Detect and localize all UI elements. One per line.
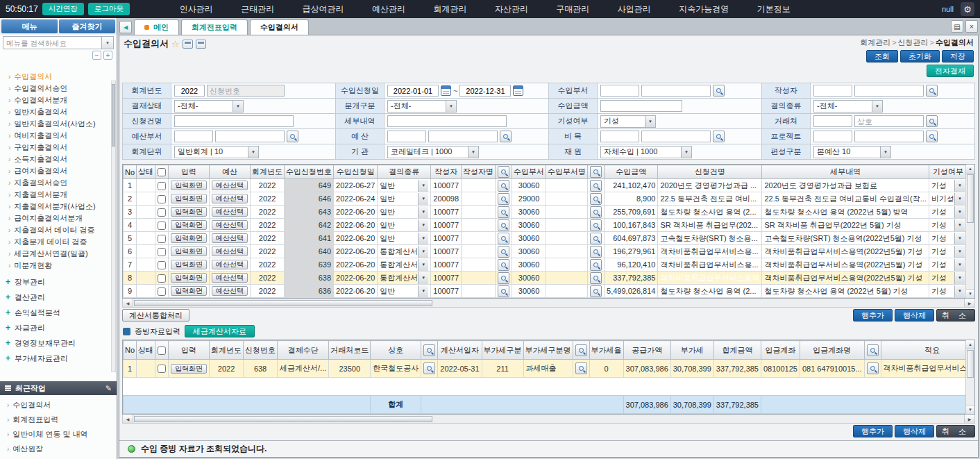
row-checkbox[interactable] xyxy=(158,182,166,190)
search-icon[interactable] xyxy=(498,206,509,218)
input-screen-button[interactable]: 입력화면 xyxy=(171,181,207,190)
sidebar-item[interactable]: ›급여지출결의서 xyxy=(8,165,117,177)
table-row[interactable]: 8 입력화면 예산선택 2022 638 2022-06-20 통합계산서▼ 1… xyxy=(124,272,966,285)
e-approval-button[interactable]: 전자결재 xyxy=(927,65,974,77)
title-cell[interactable]: SR 객차비품 취급업무(202... xyxy=(658,219,762,232)
gisung-select[interactable]: 비기성▼ xyxy=(931,193,965,205)
kind-select[interactable]: 일반▼ xyxy=(380,193,428,205)
sidebar-group[interactable]: +장부관리 xyxy=(6,274,117,290)
gisung-select[interactable]: 기성▼ xyxy=(931,259,965,271)
filter-select[interactable]: -전체-▼ xyxy=(813,100,883,112)
scroll-down-icon[interactable]: ▼ xyxy=(966,289,974,298)
search-icon[interactable] xyxy=(498,233,509,244)
filter-input[interactable] xyxy=(600,85,639,97)
cancel-button[interactable]: 취 소 xyxy=(936,309,975,322)
filter-input[interactable] xyxy=(174,115,294,127)
sidebar-item[interactable]: ›수입결의서승인 xyxy=(8,83,117,94)
filter-input[interactable] xyxy=(387,115,507,127)
chevron-down-icon[interactable]: ▼ xyxy=(102,36,114,49)
title-cell[interactable]: 객차비품취급업무서비스용... xyxy=(658,258,762,272)
search-icon[interactable] xyxy=(590,206,602,218)
table-row[interactable]: 9 입력화면 예산선택 2022 636 2022-06-20 일반▼ 1000… xyxy=(124,285,966,298)
delete-row-button[interactable]: 행삭제 xyxy=(895,425,934,437)
reset-button[interactable]: 초기화 xyxy=(900,50,940,62)
search-icon[interactable] xyxy=(926,131,938,142)
sidebar-group[interactable]: +부가세자료관리 xyxy=(6,351,117,366)
tab-메인[interactable]: 메인 xyxy=(134,19,179,35)
table-row[interactable]: 6 입력화면 예산선택 2022 640 2022-06-20 통합계산서▼ 1… xyxy=(124,245,966,258)
sidebar-item[interactable]: ›세금계산서연결(일괄) xyxy=(8,248,117,260)
search-icon[interactable] xyxy=(590,272,602,284)
top-nav-item[interactable]: 사업관리 xyxy=(618,3,651,15)
filter-input[interactable] xyxy=(207,85,285,97)
search-button[interactable]: 조회 xyxy=(866,50,898,62)
table-row[interactable]: 5 입력화면 예산선택 2022 641 2022-06-20 일반▼ 1000… xyxy=(124,232,966,245)
scroll-left-icon[interactable]: ◀ xyxy=(123,415,133,423)
search-icon[interactable] xyxy=(498,246,509,258)
search-icon[interactable] xyxy=(590,219,602,231)
top-nav-item[interactable]: 근태관리 xyxy=(241,3,274,15)
sidebar-item[interactable]: ›구입지출결의서 xyxy=(8,142,117,153)
search-icon[interactable] xyxy=(926,85,938,97)
input-screen-button[interactable]: 입력화면 xyxy=(171,247,207,256)
title-cell[interactable]: 철도차량 청소사업 용역 (2... xyxy=(658,206,762,219)
sidebar-group[interactable]: +손익실적분석 xyxy=(6,305,117,320)
row-checkbox[interactable] xyxy=(158,287,166,296)
kind-select[interactable]: 통합계산서▼ xyxy=(380,259,428,271)
extend-time-button[interactable]: 시간연장 xyxy=(42,3,84,15)
top-nav-item[interactable]: 급상여관리 xyxy=(303,3,344,15)
collapse-all-button[interactable]: − xyxy=(92,51,101,60)
title-cell[interactable]: 객차비품취급업무서비스용... xyxy=(658,245,762,258)
filter-input[interactable] xyxy=(641,131,711,142)
top-nav-item[interactable]: 자산관리 xyxy=(495,3,528,15)
scroll-right-icon[interactable]: ▶ xyxy=(964,299,974,307)
table-row[interactable]: 7 입력화면 예산선택 2022 639 2022-06-20 통합계산서▼ 1… xyxy=(124,258,966,272)
search-icon[interactable] xyxy=(590,193,602,205)
search-icon[interactable] xyxy=(590,166,602,178)
budget-select-button[interactable]: 예산선택 xyxy=(212,260,248,269)
input-screen-button[interactable]: 입력화면 xyxy=(171,194,207,203)
input-screen-button[interactable]: 입력화면 xyxy=(171,286,207,296)
table-row[interactable]: 2 입력화면 예산선택 2022 646 2022-06-24 일반▼ 2000… xyxy=(124,192,966,206)
breadcrumb-item[interactable]: 수입결의서 xyxy=(936,38,974,47)
title-cell[interactable]: 22.5 동부건축 전도금 여비... xyxy=(658,192,762,206)
sidebar-item[interactable]: ›일반지출결의서(사업소) xyxy=(8,118,117,130)
window-icon[interactable] xyxy=(196,40,206,49)
favorite-star-icon[interactable]: ☆ xyxy=(171,39,180,49)
scroll-up-icon[interactable]: ▲ xyxy=(966,340,974,349)
filter-input[interactable] xyxy=(459,85,511,97)
search-icon[interactable] xyxy=(926,115,938,127)
save-button[interactable]: 저장 xyxy=(942,50,974,62)
kind-select[interactable]: 일반▼ xyxy=(380,206,428,218)
search-icon[interactable] xyxy=(590,259,602,271)
top-nav-item[interactable]: 기본정보 xyxy=(757,3,791,15)
search-icon[interactable] xyxy=(713,85,725,97)
gear-icon[interactable]: ⚙ xyxy=(961,2,974,16)
search-icon[interactable] xyxy=(498,285,509,297)
filter-select[interactable]: -전체-▼ xyxy=(387,100,457,112)
filter-select[interactable]: 일반회계 | 10▼ xyxy=(174,146,259,158)
horizontal-scrollbar[interactable]: ◀ ▶ xyxy=(122,415,975,424)
table-row[interactable]: 1 입력화면 2022 638 세금계산서/... 23500 한국철도공사 2… xyxy=(124,360,966,378)
budget-select-button[interactable]: 예산선택 xyxy=(212,233,248,243)
sidebar-tab-favorites[interactable]: 즐겨찾기 xyxy=(59,19,115,33)
search-icon[interactable] xyxy=(498,193,509,205)
row-checkbox[interactable] xyxy=(158,365,166,373)
filter-input[interactable] xyxy=(854,85,924,97)
search-icon[interactable] xyxy=(575,362,587,374)
sidebar-item[interactable]: ›미분개현황 xyxy=(8,260,117,272)
budget-select-button[interactable]: 예산선택 xyxy=(212,181,248,190)
sidebar-item[interactable]: ›지출결의서승인 xyxy=(8,177,117,189)
filter-input[interactable] xyxy=(813,131,852,142)
tab-회계전표입력[interactable]: 회계전표입력 xyxy=(181,19,248,35)
filter-input[interactable] xyxy=(428,131,498,142)
top-nav-item[interactable]: 지속가능경영 xyxy=(679,3,729,15)
sidebar-item[interactable]: ›수입결의서 xyxy=(8,71,117,83)
kind-select[interactable]: 일반▼ xyxy=(380,285,428,297)
input-screen-button[interactable]: 입력화면 xyxy=(171,364,207,374)
scroll-up-icon[interactable]: ▲ xyxy=(966,165,974,174)
row-checkbox[interactable] xyxy=(158,261,166,269)
kind-select[interactable]: 일반▼ xyxy=(380,180,428,192)
vertical-scrollbar[interactable]: ▲ ▼ xyxy=(965,340,974,414)
sidebar-item[interactable]: ›소득지출결의서 xyxy=(8,153,117,165)
